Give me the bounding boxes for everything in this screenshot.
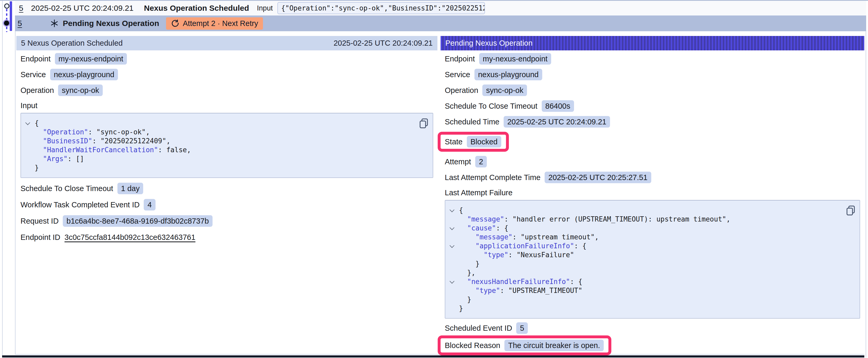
collapse-chevron-icon[interactable] <box>450 243 454 248</box>
collapse-chevron-icon[interactable] <box>450 207 454 212</box>
event-detail-panel: 5 Nexus Operation Scheduled 2025-02-25 U… <box>16 36 437 243</box>
code-text: "nexusHandlerFailureInfo": { <box>459 277 583 286</box>
detail-field-row-last-attempt-complete-time: Last Attempt Complete Time2025-02-25 UTC… <box>445 172 860 183</box>
code-gutter <box>449 295 459 304</box>
collapse-chevron-icon[interactable] <box>25 120 30 125</box>
event-id-link[interactable]: 5 <box>18 19 30 28</box>
field-value-chip: 1 day <box>118 183 144 194</box>
detail-field-row-schedule-to-close-timeout: Schedule To Close Timeout86400s <box>445 100 860 112</box>
input-section-label: Input <box>21 101 433 110</box>
code-gutter <box>449 259 459 268</box>
code-text: } <box>35 163 39 172</box>
detail-field-row-attempt: Attempt2 <box>445 156 860 167</box>
code-line: "BusinessID": "20250225122409", <box>25 136 417 145</box>
event-detail-header-title: 5 Nexus Operation Scheduled <box>21 39 123 47</box>
last-attempt-failure-label: Last Attempt Failure <box>445 189 860 197</box>
event-row-nexus-operation-scheduled[interactable]: 5 2025-02-25 UTC 20:24:09.21 Nexus Opera… <box>15 1 866 15</box>
code-line: "message": "upstream timeout", <box>449 232 844 241</box>
detail-field-row-service: Servicenexus-playground <box>21 69 433 80</box>
event-title: Pending Nexus Operation <box>63 19 159 28</box>
code-gutter <box>449 224 459 232</box>
event-row-pending-nexus-operation[interactable]: 5 Pending Nexus Operation Attempt 2 · Ne… <box>15 15 866 31</box>
table-right-border <box>866 1 866 357</box>
code-text: { <box>459 206 463 215</box>
input-preview-chip: {"Operation":"sync-op-ok","BusinessID":"… <box>277 2 485 14</box>
copy-icon[interactable] <box>846 205 856 216</box>
code-gutter <box>25 128 35 136</box>
field-value-chip: sync-op-ok <box>482 85 527 96</box>
field-value-chip: 2025-02-25 UTC 20:24:09.21 <box>504 116 610 128</box>
code-gutter <box>449 215 459 224</box>
event-id-link[interactable]: 5 <box>19 4 31 12</box>
detail-field-row-operation: Operationsync-op-ok <box>445 85 860 96</box>
field-value-chip: sync-op-ok <box>58 85 103 96</box>
highlight-annotation-blocked-reason: Blocked ReasonThe circuit breaker is ope… <box>438 335 611 355</box>
field-label: Workflow Task Completed Event ID <box>21 200 140 209</box>
pending-operation-header-title: Pending Nexus Operation <box>445 39 532 47</box>
code-text: "cause": { <box>459 224 508 232</box>
pending-asterisk-icon <box>50 19 59 28</box>
event-timestamp: 2025-02-25 UTC 20:24:09.21 <box>31 4 144 12</box>
code-text: "type": "NexusFailure" <box>459 250 574 259</box>
code-text: "message": "handler error (UPSTREAM_TIME… <box>459 215 730 224</box>
field-label: State <box>445 137 463 146</box>
detail-field-row-endpoint: Endpointmy-nexus-endpoint <box>21 53 433 65</box>
field-value-chip: 2 <box>475 156 487 167</box>
code-gutter <box>449 286 459 295</box>
field-label: Request ID <box>21 217 59 225</box>
detail-field-row-schedule-to-close-timeout: Schedule To Close Timeout1 day <box>21 183 433 194</box>
code-line: "nexusHandlerFailureInfo": { <box>449 277 844 286</box>
code-gutter <box>449 277 459 286</box>
code-gutter <box>25 154 35 163</box>
code-text: "type": "UPSTREAM_TIMEOUT" <box>459 286 583 295</box>
field-value-chip: 2025-02-25 UTC 20:25:27.51 <box>545 172 651 183</box>
code-gutter <box>449 250 459 259</box>
field-value-chip: my-nexus-endpoint <box>55 53 127 65</box>
code-gutter <box>449 304 459 313</box>
code-gutter <box>449 232 459 241</box>
detail-field-row-request-id: Request IDb1c6a4bc-8ee7-468a-9169-df3b02… <box>21 215 433 227</box>
code-gutter <box>449 241 459 250</box>
field-label: Service <box>21 70 46 79</box>
field-value-chip: nexus-playground <box>474 69 542 80</box>
field-value-chip: The circuit breaker is open. <box>504 339 604 351</box>
code-line: "cause": { <box>449 224 844 232</box>
pending-operation-header: Pending Nexus Operation <box>440 36 864 51</box>
code-line: } <box>449 259 844 268</box>
code-text: "HandlerWaitForCancellation": false, <box>35 145 191 154</box>
field-label: Operation <box>445 86 478 95</box>
retry-badge: Attempt 2 · Next Retry <box>166 17 263 30</box>
detail-field-row-endpoint-id: Endpoint ID3c0c75ccfa8144b092c13ce632463… <box>21 231 433 243</box>
field-label: Endpoint <box>445 55 475 63</box>
field-value-chip: 5 <box>516 322 528 334</box>
retry-badge-label: Attempt 2 · Next Retry <box>183 19 258 28</box>
code-line: "applicationFailureInfo": { <box>449 241 844 250</box>
code-line: "HandlerWaitForCancellation": false, <box>25 145 417 154</box>
code-text: { <box>35 119 39 128</box>
code-gutter <box>449 206 459 215</box>
field-value-chip: 86400s <box>542 100 574 112</box>
field-label: Last Attempt Complete Time <box>445 173 540 182</box>
event-title: Nexus Operation Scheduled <box>144 4 249 12</box>
copy-icon[interactable] <box>419 118 429 129</box>
code-line: "type": "NexusFailure" <box>449 250 844 259</box>
code-text: } <box>459 259 479 268</box>
code-line: "Args": [] <box>25 154 417 163</box>
table-left-border <box>2 1 3 357</box>
detail-field-row-service: Servicenexus-playground <box>445 69 860 80</box>
event-detail-header: 5 Nexus Operation Scheduled 2025-02-25 U… <box>16 36 437 51</box>
field-label: Schedule To Close Timeout <box>445 102 537 110</box>
code-text: "Operation": "sync-op-ok", <box>35 128 150 136</box>
code-text: } <box>459 304 463 313</box>
code-gutter <box>449 268 459 277</box>
highlight-annotation-state: StateBlocked <box>438 132 509 152</box>
field-label: Schedule To Close Timeout <box>21 184 113 193</box>
field-value-chip: nexus-playground <box>50 69 118 80</box>
field-label: Scheduled Time <box>445 118 499 126</box>
collapse-chevron-icon[interactable] <box>450 225 454 230</box>
timeline-open-node-icon <box>4 3 9 9</box>
collapse-chevron-icon[interactable] <box>450 279 454 284</box>
timeline-active-bar <box>10 1 12 31</box>
detail-left-border <box>15 31 16 355</box>
endpoint-id-link[interactable]: 3c0c75ccfa8144b092c13ce632463761 <box>65 233 195 242</box>
